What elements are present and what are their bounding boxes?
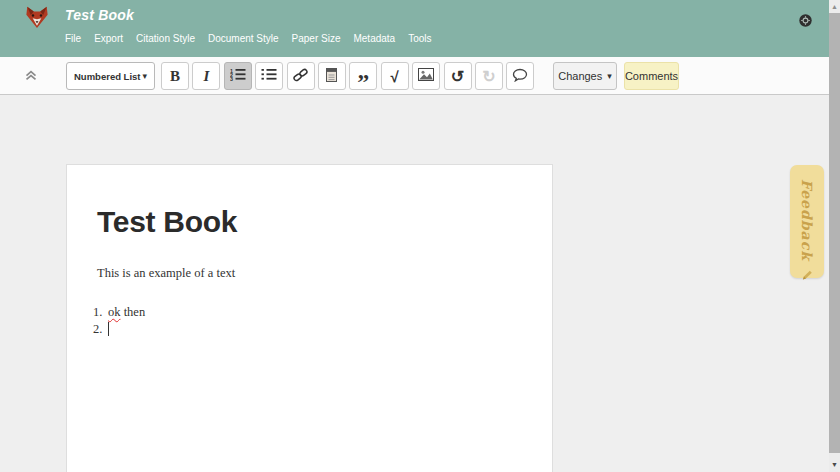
comments-toggle-button[interactable]: Comments: [624, 62, 679, 90]
feedback-tab[interactable]: Feedback: [790, 165, 824, 278]
speech-bubble-icon: [512, 68, 528, 85]
chain-link-icon: [293, 68, 308, 85]
feedback-label: Feedback: [799, 179, 815, 261]
sqrt-icon: √: [391, 68, 399, 85]
ordered-list-icon: 123: [230, 68, 246, 84]
app-header: Test Book File Export Citation Style Doc…: [0, 0, 829, 57]
scroll-down-arrow-icon[interactable]: ▼: [829, 458, 840, 470]
figure-button[interactable]: [412, 62, 440, 90]
vertical-scrollbar[interactable]: ▲ ▼: [829, 0, 840, 472]
menu-metadata[interactable]: Metadata: [353, 33, 395, 44]
undo-button[interactable]: ↺: [444, 62, 472, 90]
block-format-value: Numbered List: [74, 71, 141, 82]
undo-icon: ↺: [451, 67, 464, 86]
citation-button[interactable]: [318, 62, 346, 90]
menu-paper-size[interactable]: Paper Size: [292, 33, 341, 44]
caret-down-icon: ▾: [607, 72, 612, 81]
menu-citation-style[interactable]: Citation Style: [136, 33, 195, 44]
document-editor-surface[interactable]: Test Book This is an example of a text 1…: [66, 164, 553, 472]
editor-toolbar: Numbered List ▾ B I 123: [0, 57, 829, 95]
menu-bar: File Export Citation Style Document Styl…: [65, 33, 432, 44]
list-item: 2.: [93, 321, 552, 338]
blockquote-button[interactable]: ”: [349, 62, 377, 90]
document-heading: Test Book: [97, 205, 552, 239]
changes-dropdown[interactable]: Changes ▾: [553, 62, 617, 90]
scroll-up-arrow-icon[interactable]: ▲: [829, 0, 840, 12]
caret-down-icon: ▾: [142, 72, 147, 81]
ordered-list: 1. ok then 2.: [93, 304, 552, 338]
image-icon: [418, 68, 434, 84]
gear-icon[interactable]: [799, 13, 812, 26]
scrollbar-thumb[interactable]: [829, 13, 840, 453]
formatting-buttons: B I 123: [161, 62, 534, 90]
changes-label: Changes: [558, 70, 602, 82]
math-button[interactable]: √: [381, 62, 409, 90]
comment-button[interactable]: [506, 62, 534, 90]
menu-export[interactable]: Export: [94, 33, 123, 44]
book-page-icon: [326, 68, 337, 85]
redo-button[interactable]: ↻: [475, 62, 503, 90]
list-item: 1. ok then: [93, 304, 552, 321]
pencil-icon: [801, 267, 814, 285]
double-chevron-up-icon[interactable]: [25, 67, 37, 79]
misspelled-word: ok: [108, 305, 121, 319]
block-format-dropdown[interactable]: Numbered List ▾: [66, 62, 155, 90]
redo-icon: ↻: [482, 67, 495, 86]
svg-text:3: 3: [230, 76, 233, 81]
text-cursor: [108, 322, 109, 336]
list-number: 1.: [93, 304, 108, 321]
ordered-list-button[interactable]: 123: [224, 62, 252, 90]
document-paragraph: This is an example of a text: [97, 266, 552, 281]
bullet-list-icon: [261, 68, 277, 84]
bold-button[interactable]: B: [161, 62, 189, 90]
menu-tools[interactable]: Tools: [408, 33, 431, 44]
list-number: 2.: [93, 321, 108, 338]
comments-label: Comments: [625, 70, 678, 82]
menu-file[interactable]: File: [65, 33, 81, 44]
link-button[interactable]: [287, 62, 315, 90]
fox-logo-icon[interactable]: [24, 4, 50, 31]
document-title-header: Test Book: [65, 7, 134, 23]
italic-button[interactable]: I: [192, 62, 220, 90]
bullet-list-button[interactable]: [255, 62, 283, 90]
menu-document-style[interactable]: Document Style: [208, 33, 279, 44]
list-item-text: ok then: [108, 304, 145, 321]
